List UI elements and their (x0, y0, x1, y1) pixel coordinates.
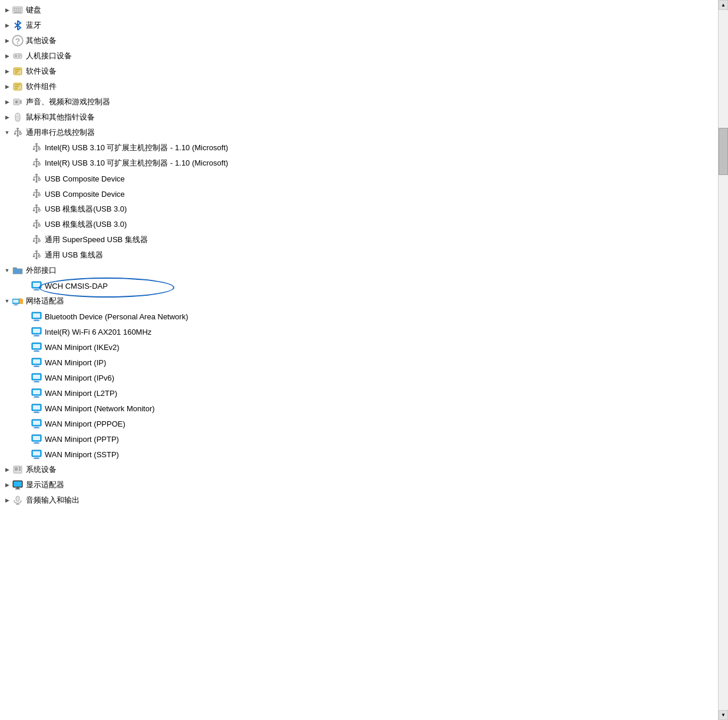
mouse-icon (12, 111, 24, 123)
expand-btn-bluetooth[interactable] (2, 21, 12, 30)
svg-rect-106 (34, 289, 39, 290)
expand-btn-audio-io[interactable] (2, 496, 12, 505)
svg-rect-144 (33, 436, 40, 440)
svg-rect-146 (34, 442, 39, 444)
expand-btn-usb-ctrl[interactable] (2, 128, 12, 137)
tree-item-wch-cmsis[interactable]: WCH CMSIS-DAP (0, 278, 718, 293)
svg-rect-132 (33, 390, 40, 394)
tree-item-keyboard[interactable]: 键盘 (0, 2, 718, 18)
scroll-up-button[interactable]: ▲ (719, 0, 728, 10)
network-icon (31, 341, 42, 353)
tree-item-label-wan-l2tp: WAN Miniport (L2TP) (45, 389, 117, 398)
expand-btn-mouse[interactable] (2, 113, 12, 122)
tree-item-usb-comp-1[interactable]: USB Composite Device (0, 171, 718, 186)
svg-rect-4 (20, 8, 22, 9)
svg-rect-95 (35, 250, 38, 252)
svg-rect-44 (33, 148, 35, 150)
svg-rect-120 (33, 344, 40, 348)
tree-item-usb-ctrl[interactable]: 通用串行总线控制器 (0, 125, 718, 140)
expand-btn-keyboard[interactable] (2, 5, 12, 15)
tree-item-usb-hub-2[interactable]: USB 根集线器(USB 3.0) (0, 217, 718, 232)
svg-point-85 (38, 224, 41, 227)
usb-icon (31, 249, 42, 261)
expand-btn-sound[interactable] (2, 97, 12, 107)
tree-item-label-wifi: Intel(R) Wi-Fi 6 AX201 160MHz (45, 328, 151, 336)
tree-item-label-usb-hub-gen: 通用 USB 集线器 (45, 250, 103, 260)
svg-rect-158 (15, 488, 20, 490)
tree-item-wan-l2tp[interactable]: WAN Miniport (L2TP) (0, 385, 718, 401)
vertical-scrollbar[interactable]: ▲ ▼ (718, 0, 728, 720)
usb-icon (31, 142, 42, 154)
tree-item-bt-pan[interactable]: Bluetooth Device (Personal Area Network) (0, 309, 718, 324)
tree-item-wan-ip[interactable]: WAN Miniport (IP) (0, 355, 718, 370)
svg-rect-145 (35, 441, 38, 442)
tree-item-wan-ipv6[interactable]: WAN Miniport (IPv6) (0, 370, 718, 385)
tree-item-intel-usb-2[interactable]: Intel(R) USB 3.10 可扩展主机控制器 - 1.10 (Micro… (0, 156, 718, 171)
tree-item-wan-ikev2[interactable]: WAN Miniport (IKEv2) (0, 339, 718, 355)
svg-point-53 (38, 163, 41, 166)
expand-btn-sys-dev[interactable] (2, 465, 12, 474)
tree-item-label-display: 显示适配器 (26, 480, 64, 490)
tree-item-usb-comp-2[interactable]: USB Composite Device (0, 186, 718, 202)
tree-item-sound[interactable]: 声音、视频和游戏控制器 (0, 94, 718, 110)
tree-item-label-other: 其他设备 (26, 35, 57, 46)
expand-btn-ext-port[interactable] (2, 266, 12, 275)
tree-item-sw-dev[interactable]: 软件设备 (0, 64, 718, 79)
tree-item-mouse[interactable]: 鼠标和其他指针设备 (0, 110, 718, 125)
tree-item-label-ext-port: 外部接口 (26, 265, 57, 276)
tree-item-hid[interactable]: 人机接口设备 (0, 48, 718, 64)
network-icon (31, 387, 42, 399)
tree-item-label-wan-ikev2: WAN Miniport (IKEv2) (45, 343, 120, 352)
tree-item-label-sw-comp: 软件组件 (26, 81, 57, 92)
tree-item-usb-hub-1[interactable]: USB 根集线器(USB 3.0) (0, 202, 718, 217)
tree-item-superspeed-hub[interactable]: 通用 SuperSpeed USB 集线器 (0, 232, 718, 247)
tree-item-wan-nm[interactable]: WAN Miniport (Network Monitor) (0, 401, 718, 416)
expand-btn-sw-comp[interactable] (2, 82, 12, 91)
svg-rect-22 (15, 86, 19, 87)
svg-rect-114 (34, 320, 39, 321)
tree-item-display[interactable]: 显示适配器 (0, 477, 718, 493)
tree-item-other[interactable]: ? 其他设备 (0, 33, 718, 48)
expand-btn-hid[interactable] (2, 51, 12, 61)
svg-rect-71 (35, 204, 38, 206)
tree-item-net-adapter[interactable]: 网络适配器 (0, 293, 718, 309)
expand-btn-sw-dev[interactable] (2, 67, 12, 76)
scrollbar-thumb[interactable] (719, 128, 728, 175)
svg-rect-76 (33, 210, 35, 212)
scrollbar-track[interactable] (719, 10, 728, 710)
svg-point-45 (38, 148, 41, 150)
network-icon (31, 311, 42, 322)
tree-item-wifi[interactable]: Intel(R) Wi-Fi 6 AX201 160MHz (0, 324, 718, 339)
tree-item-audio-io[interactable]: 音频输入和输出 (0, 493, 718, 508)
tree-item-usb-hub-gen[interactable]: 通用 USB 集线器 (0, 247, 718, 263)
svg-rect-63 (35, 189, 38, 191)
usb-icon (31, 173, 42, 184)
svg-rect-36 (14, 133, 16, 135)
network-icon (31, 448, 42, 460)
tree-item-wan-sstp[interactable]: WAN Miniport (SSTP) (0, 447, 718, 462)
svg-point-46 (35, 150, 38, 153)
sound-icon (12, 96, 24, 108)
scroll-down-button[interactable]: ▼ (719, 710, 728, 720)
svg-rect-122 (34, 351, 39, 352)
tree-item-bluetooth[interactable]: 蓝牙 (0, 18, 718, 33)
other-icon: ? (12, 35, 24, 47)
network-icon (31, 372, 42, 384)
expand-btn-other[interactable] (2, 36, 12, 45)
expand-btn-display[interactable] (2, 480, 12, 490)
expand-btn-net-adapter[interactable] (2, 296, 12, 306)
svg-point-93 (38, 240, 41, 242)
tree-item-wan-pppoe[interactable]: WAN Miniport (PPPOE) (0, 416, 718, 431)
svg-rect-153 (19, 467, 21, 468)
tree-item-intel-usb-1[interactable]: Intel(R) USB 3.10 可扩展主机控制器 - 1.10 (Micro… (0, 140, 718, 156)
svg-rect-3 (18, 8, 19, 9)
network-icon (31, 418, 42, 430)
tree-item-sw-comp[interactable]: 软件组件 (0, 79, 718, 94)
svg-point-94 (35, 242, 38, 245)
tree-item-wan-pptp[interactable]: WAN Miniport (PPTP) (0, 431, 718, 447)
tree-item-sys-dev[interactable]: 系统设备 (0, 462, 718, 477)
svg-rect-2 (15, 8, 17, 9)
network-icon (31, 433, 42, 445)
svg-rect-116 (33, 329, 40, 333)
tree-item-ext-port[interactable]: 外部接口 (0, 263, 718, 278)
